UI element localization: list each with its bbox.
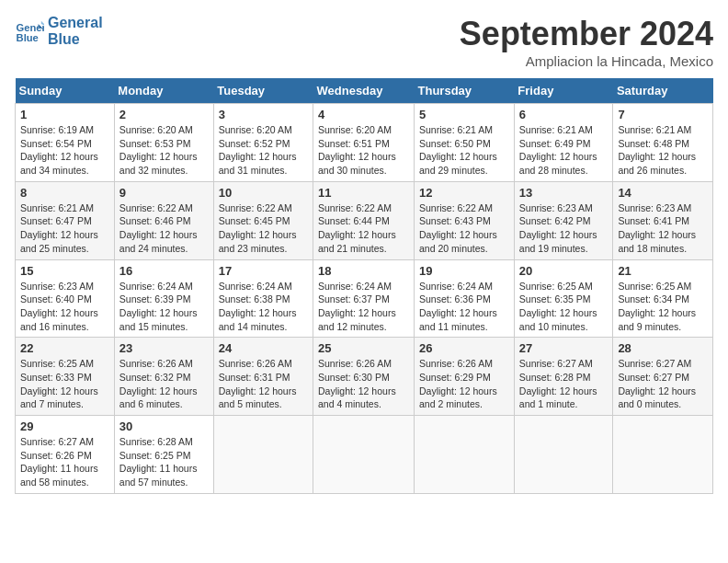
- day-number: 30: [119, 419, 209, 433]
- day-info: Sunrise: 6:24 AMSunset: 6:37 PMDaylight:…: [318, 281, 396, 332]
- day-number: 4: [318, 108, 409, 121]
- day-number: 18: [318, 264, 409, 278]
- calendar-table: SundayMondayTuesdayWednesdayThursdayFrid…: [15, 78, 713, 494]
- day-info: Sunrise: 6:19 AMSunset: 6:54 PMDaylight:…: [20, 124, 98, 176]
- calendar-day-cell: [514, 416, 613, 494]
- day-info: Sunrise: 6:22 AMSunset: 6:43 PMDaylight:…: [419, 202, 497, 254]
- day-number: 16: [119, 264, 209, 278]
- calendar-day-cell: [313, 416, 415, 494]
- calendar-header-cell: Saturday: [613, 78, 713, 104]
- calendar-body: 1 Sunrise: 6:19 AMSunset: 6:54 PMDayligh…: [16, 104, 713, 494]
- day-number: 9: [119, 186, 209, 200]
- calendar-day-cell: 4 Sunrise: 6:20 AMSunset: 6:51 PMDayligh…: [313, 104, 415, 182]
- logo-text-line1: General Blue: [48, 15, 103, 47]
- calendar-day-cell: 24 Sunrise: 6:26 AMSunset: 6:31 PMDaylig…: [213, 338, 313, 416]
- calendar-week-row: 22 Sunrise: 6:25 AMSunset: 6:33 PMDaylig…: [16, 338, 713, 416]
- day-number: 2: [119, 108, 209, 121]
- calendar-day-cell: 10 Sunrise: 6:22 AMSunset: 6:45 PMDaylig…: [213, 181, 313, 259]
- day-info: Sunrise: 6:23 AMSunset: 6:40 PMDaylight:…: [20, 281, 98, 332]
- calendar-day-cell: [213, 416, 313, 494]
- day-info: Sunrise: 6:23 AMSunset: 6:41 PMDaylight:…: [618, 202, 696, 254]
- day-info: Sunrise: 6:21 AMSunset: 6:47 PMDaylight:…: [20, 202, 98, 254]
- calendar-header-cell: Friday: [514, 78, 613, 104]
- day-number: 26: [419, 341, 509, 355]
- calendar-day-cell: 5 Sunrise: 6:21 AMSunset: 6:50 PMDayligh…: [415, 104, 515, 182]
- day-info: Sunrise: 6:24 AMSunset: 6:39 PMDaylight:…: [119, 281, 198, 332]
- calendar-week-row: 1 Sunrise: 6:19 AMSunset: 6:54 PMDayligh…: [16, 104, 713, 182]
- calendar-day-cell: 11 Sunrise: 6:22 AMSunset: 6:44 PMDaylig…: [313, 181, 415, 259]
- calendar-week-row: 8 Sunrise: 6:21 AMSunset: 6:47 PMDayligh…: [16, 181, 713, 259]
- day-info: Sunrise: 6:23 AMSunset: 6:42 PMDaylight:…: [519, 202, 597, 254]
- calendar-header-cell: Monday: [114, 78, 213, 104]
- day-info: Sunrise: 6:26 AMSunset: 6:30 PMDaylight:…: [318, 358, 396, 409]
- day-info: Sunrise: 6:22 AMSunset: 6:44 PMDaylight:…: [318, 202, 396, 254]
- day-number: 15: [20, 264, 109, 278]
- calendar-day-cell: 13 Sunrise: 6:23 AMSunset: 6:42 PMDaylig…: [514, 181, 613, 259]
- calendar-day-cell: 8 Sunrise: 6:21 AMSunset: 6:47 PMDayligh…: [16, 181, 115, 259]
- calendar-week-row: 15 Sunrise: 6:23 AMSunset: 6:40 PMDaylig…: [16, 259, 713, 338]
- month-title: September 2024: [460, 15, 713, 53]
- calendar-header-cell: Tuesday: [213, 78, 313, 104]
- calendar-day-cell: 26 Sunrise: 6:26 AMSunset: 6:29 PMDaylig…: [415, 338, 515, 416]
- day-number: 12: [419, 186, 509, 200]
- day-number: 29: [20, 419, 109, 433]
- day-info: Sunrise: 6:20 AMSunset: 6:51 PMDaylight:…: [318, 124, 396, 176]
- day-info: Sunrise: 6:24 AMSunset: 6:36 PMDaylight:…: [419, 281, 497, 332]
- day-number: 14: [618, 186, 708, 200]
- day-number: 8: [20, 186, 109, 200]
- logo-icon: General Blue: [15, 17, 44, 46]
- day-number: 5: [419, 108, 509, 121]
- day-info: Sunrise: 6:24 AMSunset: 6:38 PMDaylight:…: [219, 281, 297, 332]
- day-info: Sunrise: 6:28 AMSunset: 6:25 PMDaylight:…: [119, 436, 198, 488]
- day-number: 27: [519, 341, 609, 355]
- calendar-day-cell: 29 Sunrise: 6:27 AMSunset: 6:26 PMDaylig…: [16, 416, 115, 494]
- calendar-day-cell: 17 Sunrise: 6:24 AMSunset: 6:38 PMDaylig…: [213, 259, 313, 338]
- day-number: 21: [618, 264, 708, 278]
- day-number: 13: [519, 186, 609, 200]
- day-number: 3: [219, 108, 308, 121]
- day-number: 23: [119, 341, 209, 355]
- svg-text:Blue: Blue: [17, 32, 39, 43]
- day-info: Sunrise: 6:26 AMSunset: 6:31 PMDaylight:…: [219, 358, 297, 409]
- day-info: Sunrise: 6:22 AMSunset: 6:46 PMDaylight:…: [119, 202, 198, 254]
- day-info: Sunrise: 6:21 AMSunset: 6:48 PMDaylight:…: [618, 124, 696, 176]
- calendar-day-cell: 18 Sunrise: 6:24 AMSunset: 6:37 PMDaylig…: [313, 259, 415, 338]
- calendar-day-cell: 3 Sunrise: 6:20 AMSunset: 6:52 PMDayligh…: [213, 104, 313, 182]
- logo: General Blue General Blue: [15, 15, 103, 47]
- day-info: Sunrise: 6:27 AMSunset: 6:27 PMDaylight:…: [618, 358, 696, 409]
- calendar-header-cell: Sunday: [16, 78, 115, 104]
- calendar-day-cell: 22 Sunrise: 6:25 AMSunset: 6:33 PMDaylig…: [16, 338, 115, 416]
- calendar-day-cell: 27 Sunrise: 6:27 AMSunset: 6:28 PMDaylig…: [514, 338, 613, 416]
- day-number: 1: [20, 108, 109, 121]
- title-section: September 2024 Ampliacion la Hincada, Me…: [460, 15, 713, 69]
- day-info: Sunrise: 6:26 AMSunset: 6:32 PMDaylight:…: [119, 358, 198, 409]
- calendar-week-row: 29 Sunrise: 6:27 AMSunset: 6:26 PMDaylig…: [16, 416, 713, 494]
- day-info: Sunrise: 6:25 AMSunset: 6:35 PMDaylight:…: [519, 281, 597, 332]
- day-number: 6: [519, 108, 609, 121]
- calendar-day-cell: 16 Sunrise: 6:24 AMSunset: 6:39 PMDaylig…: [114, 259, 213, 338]
- day-number: 28: [618, 341, 708, 355]
- calendar-day-cell: 20 Sunrise: 6:25 AMSunset: 6:35 PMDaylig…: [514, 259, 613, 338]
- calendar-day-cell: 21 Sunrise: 6:25 AMSunset: 6:34 PMDaylig…: [613, 259, 713, 338]
- calendar-day-cell: 6 Sunrise: 6:21 AMSunset: 6:49 PMDayligh…: [514, 104, 613, 182]
- day-number: 22: [20, 341, 109, 355]
- day-number: 10: [219, 186, 308, 200]
- day-number: 19: [419, 264, 509, 278]
- day-number: 20: [519, 264, 609, 278]
- day-info: Sunrise: 6:27 AMSunset: 6:28 PMDaylight:…: [519, 358, 597, 409]
- calendar-day-cell: 28 Sunrise: 6:27 AMSunset: 6:27 PMDaylig…: [613, 338, 713, 416]
- day-number: 11: [318, 186, 409, 200]
- calendar-header-cell: Wednesday: [313, 78, 415, 104]
- day-number: 24: [219, 341, 308, 355]
- calendar-day-cell: 7 Sunrise: 6:21 AMSunset: 6:48 PMDayligh…: [613, 104, 713, 182]
- calendar-day-cell: 25 Sunrise: 6:26 AMSunset: 6:30 PMDaylig…: [313, 338, 415, 416]
- calendar-header-row: SundayMondayTuesdayWednesdayThursdayFrid…: [16, 78, 713, 104]
- day-number: 25: [318, 341, 409, 355]
- calendar-day-cell: 14 Sunrise: 6:23 AMSunset: 6:41 PMDaylig…: [613, 181, 713, 259]
- day-number: 7: [618, 108, 708, 121]
- calendar-day-cell: 19 Sunrise: 6:24 AMSunset: 6:36 PMDaylig…: [415, 259, 515, 338]
- day-info: Sunrise: 6:21 AMSunset: 6:50 PMDaylight:…: [419, 124, 497, 176]
- calendar-day-cell: [415, 416, 515, 494]
- day-info: Sunrise: 6:20 AMSunset: 6:53 PMDaylight:…: [119, 124, 198, 176]
- page-header: General Blue General Blue September 2024…: [15, 15, 713, 69]
